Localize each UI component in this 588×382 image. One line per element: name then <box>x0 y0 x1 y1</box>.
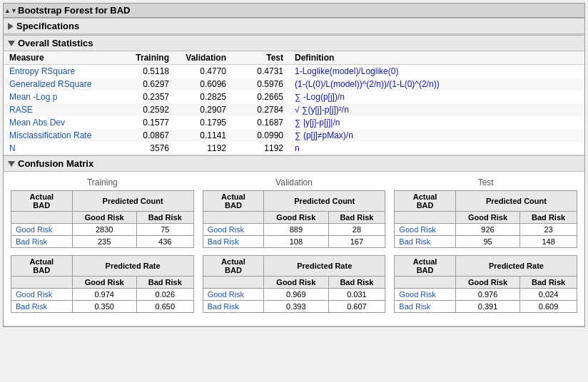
stats-training: 0.0867 <box>118 129 175 142</box>
stats-measure: Mean -Log p <box>4 91 118 103</box>
test-rate-col2: Bad Risk <box>520 277 577 289</box>
cm-v1: 108 <box>264 236 328 248</box>
overall-statistics-content: Measure Training Validation Test Definit… <box>4 51 584 155</box>
stats-test: 0.2784 <box>232 103 289 116</box>
stats-training: 0.2357 <box>118 91 175 103</box>
stats-measure: Mean Abs Dev <box>4 116 118 129</box>
stats-row: Entropy RSquare 0.5118 0.4770 0.4731 1-L… <box>4 65 584 78</box>
confusion-matrix-triangle <box>8 161 15 167</box>
training-count-blank <box>11 212 73 224</box>
cm-actual: Good Risk <box>203 289 264 301</box>
stats-validation: 0.1795 <box>175 116 232 129</box>
cm-v2: 0.024 <box>520 289 577 301</box>
training-count-actual-header: ActualBAD <box>11 191 73 212</box>
test-count-title: Test <box>478 177 494 187</box>
overall-statistics-header[interactable]: Overall Statistics <box>4 35 584 51</box>
rate-tables-row: ActualBAD Predicted Rate Good Risk Bad R… <box>11 255 577 313</box>
cm-v2: 0.650 <box>136 301 193 313</box>
cm-actual: Good Risk <box>11 224 73 236</box>
cm-v2: 0.609 <box>520 301 577 313</box>
stats-training: 0.1577 <box>118 116 175 129</box>
col-test-header: Test <box>232 51 289 65</box>
cm-row: Bad Risk 108 167 <box>203 236 385 248</box>
validation-count-predicted-header: Predicted Count <box>264 191 385 212</box>
cm-actual: Good Risk <box>11 289 73 301</box>
confusion-matrix-header[interactable]: Confusion Matrix <box>4 155 584 172</box>
cm-v1: 0.969 <box>264 289 328 301</box>
validation-rate-actual-header: ActualBAD <box>203 256 264 277</box>
test-rate-table: ActualBAD Predicted Rate Good Risk Bad R… <box>394 255 577 313</box>
stats-row: Mean Abs Dev 0.1577 0.1795 0.1687 ∑ |y[j… <box>4 116 584 129</box>
cm-row: Bad Risk 235 436 <box>11 236 194 248</box>
col-definition-header: Definition <box>289 51 584 65</box>
cm-actual: Good Risk <box>203 224 264 236</box>
stats-row: N 3576 1192 1192 n <box>4 142 584 155</box>
training-rate-group: ActualBAD Predicted Rate Good Risk Bad R… <box>11 255 194 313</box>
validation-count-title: Validation <box>275 177 313 187</box>
cm-v1: 926 <box>455 224 519 236</box>
training-rate-col1: Good Risk <box>72 277 136 289</box>
validation-count-group: Validation ActualBAD Predicted Count Goo… <box>203 177 386 248</box>
validation-count-col2: Bad Risk <box>328 212 385 224</box>
stats-definition: ∑ (p[j]≠pMax)/n <box>289 129 584 142</box>
stats-validation: 0.1141 <box>175 129 232 142</box>
stats-measure: RASE <box>4 103 118 116</box>
stats-validation: 0.2907 <box>175 103 232 116</box>
training-count-group: Training ActualBAD Predicted Count Good … <box>11 177 194 248</box>
stats-training: 0.2592 <box>118 103 175 116</box>
test-rate-blank <box>395 277 456 289</box>
training-count-predicted-header: Predicted Count <box>72 191 193 212</box>
collapse-icon[interactable]: ▲▼ <box>6 6 15 15</box>
cm-v1: 0.393 <box>264 301 328 313</box>
cm-actual: Bad Risk <box>11 301 73 313</box>
training-rate-table: ActualBAD Predicted Rate Good Risk Bad R… <box>11 255 194 313</box>
cm-v2: 436 <box>136 236 193 248</box>
test-count-col1: Good Risk <box>455 212 519 224</box>
stats-training: 0.5118 <box>118 65 175 78</box>
cm-v2: 75 <box>136 224 193 236</box>
stats-definition: 1-Loglike(model)/Loglike(0) <box>289 65 584 78</box>
stats-definition: √ ∑(y[j]-p[j])²/n <box>289 103 584 116</box>
count-tables-row: Training ActualBAD Predicted Count Good … <box>11 177 577 248</box>
cm-v2: 0.607 <box>328 301 385 313</box>
specifications-label: Specifications <box>16 21 79 31</box>
test-rate-predicted-header: Predicted Rate <box>455 256 577 277</box>
test-count-table: ActualBAD Predicted Count Good Risk Bad … <box>394 190 577 248</box>
cm-row: Bad Risk 0.393 0.607 <box>203 301 385 313</box>
stats-header-row: Measure Training Validation Test Definit… <box>4 51 584 65</box>
stats-definition: ∑ |y[j]-p[j]|/n <box>289 116 584 129</box>
test-count-col2: Bad Risk <box>520 212 577 224</box>
cm-v2: 0.026 <box>136 289 193 301</box>
stats-measure: N <box>4 142 118 155</box>
training-count-title: Training <box>87 177 118 187</box>
cm-v2: 0.031 <box>328 289 385 301</box>
overall-stats-triangle <box>8 41 15 46</box>
stats-training: 3576 <box>118 142 175 155</box>
training-count-col1: Good Risk <box>72 212 136 224</box>
validation-count-col1: Good Risk <box>264 212 328 224</box>
cm-v1: 0.976 <box>455 289 519 301</box>
test-rate-group: ActualBAD Predicted Rate Good Risk Bad R… <box>394 255 577 313</box>
window-title: Bootstrap Forest for BAD <box>18 5 130 16</box>
cm-actual: Bad Risk <box>395 301 456 313</box>
stats-row: Generalized RSquare 0.6297 0.6096 0.5976… <box>4 78 584 91</box>
specifications-section: Specifications <box>4 18 584 35</box>
stats-validation: 1192 <box>175 142 232 155</box>
stats-test: 0.1687 <box>232 116 289 129</box>
confusion-matrix-label: Confusion Matrix <box>18 158 93 169</box>
test-count-blank <box>395 212 456 224</box>
stats-training: 0.6297 <box>118 78 175 91</box>
cm-row: Good Risk 0.974 0.026 <box>11 289 194 301</box>
training-count-col2: Bad Risk <box>136 212 193 224</box>
cm-v1: 95 <box>455 236 519 248</box>
stats-row: RASE 0.2592 0.2907 0.2784 √ ∑(y[j]-p[j])… <box>4 103 584 116</box>
cm-row: Bad Risk 0.350 0.650 <box>11 301 194 313</box>
cm-row: Good Risk 0.976 0.024 <box>395 289 577 301</box>
cm-v1: 2830 <box>72 224 136 236</box>
title-bar: ▲▼ Bootstrap Forest for BAD <box>4 4 584 18</box>
test-rate-col1: Good Risk <box>455 277 519 289</box>
specifications-header[interactable]: Specifications <box>4 18 584 34</box>
cm-actual: Bad Risk <box>11 236 73 248</box>
stats-validation: 0.6096 <box>175 78 232 91</box>
test-count-group: Test ActualBAD Predicted Count Good Risk… <box>394 177 577 248</box>
